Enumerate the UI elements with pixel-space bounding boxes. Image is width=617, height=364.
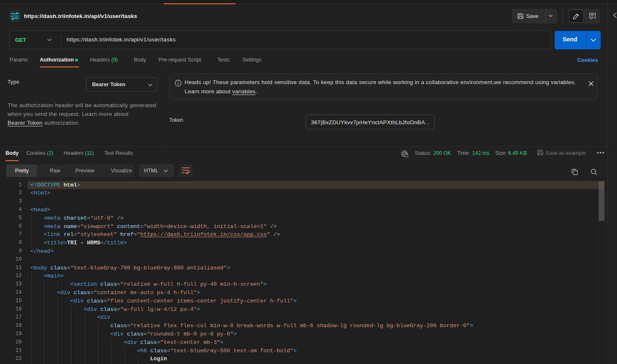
svg-text:HTTP: HTTP: [11, 15, 19, 18]
